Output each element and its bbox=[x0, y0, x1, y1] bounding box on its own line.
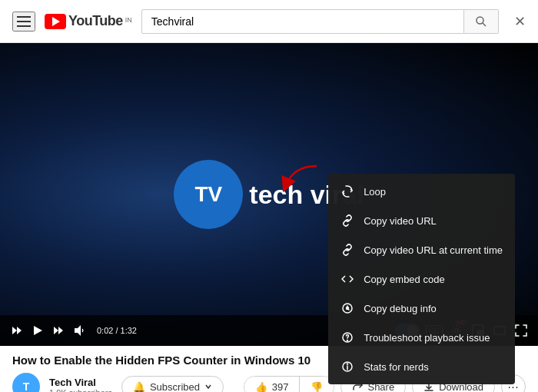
svg-marker-10 bbox=[12, 327, 17, 334]
menu-item-copy-embed[interactable]: Copy embed code bbox=[328, 264, 515, 294]
debug-icon bbox=[340, 301, 354, 315]
subscribe-label: Subscribed bbox=[150, 381, 200, 393]
channel-info: Tech Viral 1.9K subscribers bbox=[49, 377, 112, 393]
dislike-icon: 👎 bbox=[311, 381, 323, 393]
menu-item-stats[interactable]: Stats for nerds bbox=[328, 352, 515, 381]
loop-icon bbox=[340, 184, 354, 198]
menu-item-copy-debug[interactable]: Copy debug info bbox=[328, 294, 515, 323]
menu-item-troubleshoot[interactable]: Troubleshoot playback issue bbox=[328, 323, 515, 352]
hamburger-button[interactable] bbox=[12, 12, 35, 32]
svg-line-1 bbox=[483, 23, 486, 26]
close-button[interactable]: ✕ bbox=[514, 13, 526, 30]
youtube-text: YouTube bbox=[68, 13, 123, 29]
menu-copy-url-time-label: Copy video URL at current time bbox=[364, 244, 503, 256]
menu-copy-url-label: Copy video URL bbox=[364, 215, 437, 227]
svg-marker-15 bbox=[75, 325, 81, 336]
progress-time: 0:02 / 1:32 bbox=[97, 326, 137, 335]
tv-circle-text: TV bbox=[194, 182, 222, 207]
menu-troubleshoot-label: Troubleshoot playback issue bbox=[364, 332, 490, 344]
country-code: IN bbox=[125, 16, 132, 24]
volume-icon bbox=[74, 324, 86, 337]
search-input[interactable] bbox=[141, 9, 464, 34]
tv-circle-logo: TV bbox=[174, 160, 243, 229]
menu-stats-label: Stats for nerds bbox=[364, 361, 429, 373]
volume-button[interactable] bbox=[72, 323, 88, 338]
arrow-svg bbox=[278, 162, 324, 201]
youtube-icon bbox=[45, 14, 66, 29]
header: YouTube IN ✕ bbox=[0, 0, 538, 43]
like-dislike-group: 👍 397 👎 bbox=[244, 376, 335, 393]
embed-icon bbox=[340, 272, 354, 286]
arrow-indicator bbox=[278, 162, 324, 204]
menu-copy-embed-label: Copy embed code bbox=[364, 274, 445, 285]
context-menu: Loop Copy video URL Copy video URL at cu… bbox=[328, 174, 515, 384]
header-left: YouTube IN bbox=[12, 12, 132, 32]
fullscreen-icon bbox=[515, 324, 527, 337]
question-icon bbox=[340, 331, 354, 344]
skip-back-icon bbox=[11, 324, 23, 337]
skip-back-button[interactable] bbox=[9, 323, 25, 338]
video-container: TV tech viral L bbox=[0, 43, 538, 346]
svg-point-4 bbox=[347, 307, 349, 310]
svg-point-0 bbox=[477, 17, 483, 24]
bell-icon: 🔔 bbox=[133, 381, 145, 393]
channel-avatar: T bbox=[12, 373, 40, 392]
link-icon-1 bbox=[340, 214, 354, 228]
svg-marker-12 bbox=[34, 326, 42, 335]
like-button[interactable]: 👍 397 bbox=[244, 377, 301, 393]
svg-point-6 bbox=[347, 341, 348, 341]
menu-item-copy-url[interactable]: Copy video URL bbox=[328, 206, 515, 235]
menu-item-loop[interactable]: Loop bbox=[328, 177, 515, 206]
svg-point-9 bbox=[347, 364, 348, 364]
skip-forward-button[interactable] bbox=[51, 323, 66, 338]
channel-name: Tech Viral bbox=[49, 377, 112, 388]
menu-copy-debug-label: Copy debug info bbox=[364, 303, 437, 314]
like-icon: 👍 bbox=[255, 381, 267, 393]
subscribe-button[interactable]: 🔔 Subscribed bbox=[121, 376, 224, 393]
info-icon bbox=[340, 360, 354, 374]
chevron-down-icon bbox=[204, 383, 212, 390]
like-count: 397 bbox=[272, 381, 289, 393]
menu-item-copy-url-time[interactable]: Copy video URL at current time bbox=[328, 235, 515, 264]
search-bar bbox=[141, 9, 499, 34]
svg-marker-13 bbox=[54, 327, 58, 334]
link-icon-2 bbox=[340, 243, 354, 257]
fullscreen-button[interactable] bbox=[513, 323, 529, 338]
search-button[interactable] bbox=[464, 9, 499, 34]
subscriber-count: 1.9K subscribers bbox=[49, 388, 112, 393]
menu-loop-label: Loop bbox=[364, 186, 386, 198]
search-icon bbox=[475, 15, 487, 28]
skip-forward-icon bbox=[52, 324, 65, 337]
play-icon bbox=[32, 325, 43, 336]
play-button[interactable] bbox=[31, 324, 45, 337]
youtube-logo: YouTube IN bbox=[45, 13, 132, 29]
svg-marker-11 bbox=[17, 327, 22, 334]
svg-marker-14 bbox=[58, 327, 63, 334]
